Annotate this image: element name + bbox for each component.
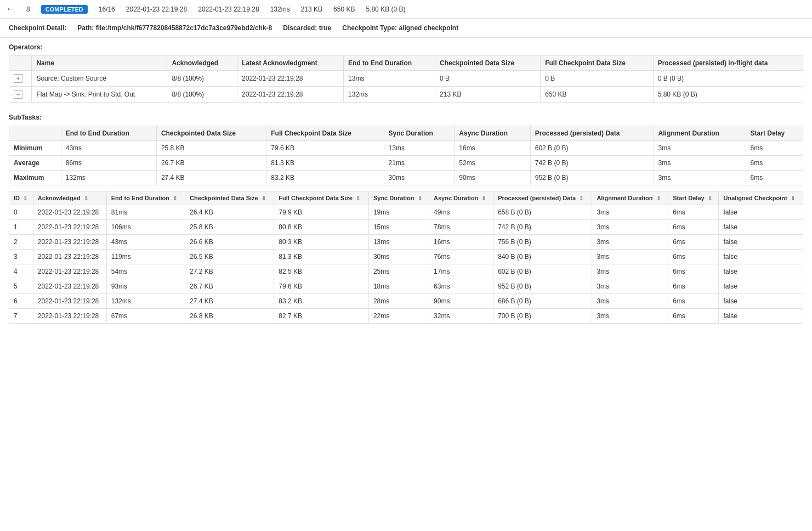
col-checkpointed-size: Checkpointed Data Size bbox=[435, 56, 541, 71]
data-col-start-delay[interactable]: Start Delay ⇕ bbox=[668, 191, 719, 205]
stat-sync: 13ms bbox=[384, 141, 455, 156]
row-checkpointed: 27.4 KB bbox=[185, 294, 274, 309]
start-time: 2022-01-23 22:19:28 bbox=[126, 5, 187, 13]
data-col-sync[interactable]: Sync Duration ⇕ bbox=[368, 191, 429, 205]
op-name: Source: Custom Source bbox=[32, 71, 167, 87]
expand-btn[interactable]: + bbox=[9, 71, 32, 87]
row-alignment: 3ms bbox=[592, 235, 668, 250]
row-start-delay: 6ms bbox=[668, 235, 719, 250]
row-unaligned: false bbox=[719, 309, 803, 324]
row-id: 2 bbox=[9, 235, 33, 250]
data-col-processed[interactable]: Processed (persisted) Data ⇕ bbox=[493, 191, 592, 205]
row-end-to-end: 54ms bbox=[106, 264, 185, 279]
row-full: 80.8 KB bbox=[274, 220, 369, 235]
stat-label: Average bbox=[9, 156, 61, 171]
table-row: 3 2022-01-23 22:19:28 119ms 26.5 KB 81.3… bbox=[9, 250, 803, 264]
full-size: 650 KB bbox=[333, 5, 355, 13]
row-ack: 2022-01-23 22:19:28 bbox=[33, 264, 106, 279]
discarded-section: Discarded: true bbox=[283, 24, 331, 32]
op-latest-ack: 2022-01-23 22:19:28 bbox=[237, 71, 344, 87]
status-badge: COMPLETED bbox=[41, 5, 88, 14]
row-alignment: 3ms bbox=[592, 264, 668, 279]
subtasks-section: SubTasks: End to End Duration Checkpoint… bbox=[0, 108, 812, 329]
row-unaligned: false bbox=[719, 294, 803, 309]
col-end-to-end: End to End Duration bbox=[344, 56, 435, 71]
stat-col-alignment: Alignment Duration bbox=[654, 126, 746, 141]
data-col-end-to-end[interactable]: End to End Duration ⇕ bbox=[106, 191, 185, 205]
row-processed: 756 B (0 B) bbox=[493, 235, 592, 250]
path-label: Path: bbox=[77, 24, 94, 32]
row-alignment: 3ms bbox=[592, 279, 668, 294]
row-ack: 2022-01-23 22:19:28 bbox=[33, 294, 106, 309]
data-col-id[interactable]: ID ⇕ bbox=[9, 191, 33, 205]
op-latest-ack: 2022-01-23 22:19:28 bbox=[237, 87, 344, 103]
row-checkpointed: 26.8 KB bbox=[185, 309, 274, 324]
table-row: 1 2022-01-23 22:19:28 106ms 25.8 KB 80.8… bbox=[9, 220, 803, 235]
col-full-size: Full Checkpoint Data Size bbox=[541, 56, 654, 71]
stat-col-processed: Processed (persisted) Data bbox=[530, 126, 654, 141]
row-processed: 840 B (0 B) bbox=[493, 250, 592, 264]
duration: 132ms bbox=[270, 5, 290, 13]
end-sort-icon: ⇕ bbox=[173, 195, 177, 201]
row-sync: 30ms bbox=[368, 250, 429, 264]
row-sync: 28ms bbox=[368, 294, 429, 309]
row-start-delay: 6ms bbox=[668, 205, 719, 220]
operators-title: Operators: bbox=[9, 43, 803, 51]
back-button[interactable]: ← bbox=[5, 3, 15, 15]
table-row: 7 2022-01-23 22:19:28 67ms 26.8 KB 82.7 … bbox=[9, 309, 803, 324]
op-checkpointed: 0 B bbox=[435, 71, 541, 87]
row-unaligned: false bbox=[719, 205, 803, 220]
row-checkpointed: 26.6 KB bbox=[185, 235, 274, 250]
stat-end-to-end: 132ms bbox=[61, 171, 156, 185]
row-ack: 2022-01-23 22:19:28 bbox=[33, 220, 106, 235]
stats-row: Maximum 132ms 27.4 KB 83.2 KB 30ms 90ms … bbox=[9, 171, 803, 185]
row-ack: 2022-01-23 22:19:28 bbox=[33, 279, 106, 294]
data-col-unaligned[interactable]: Unaligned Checkpoint ⇕ bbox=[719, 191, 803, 205]
stat-label: Minimum bbox=[9, 141, 61, 156]
col-name: Name bbox=[32, 56, 167, 71]
data-col-ack[interactable]: Acknowledged ⇕ bbox=[33, 191, 106, 205]
stat-alignment: 3ms bbox=[654, 171, 746, 185]
data-col-full[interactable]: Full Checkpoint Data Size ⇕ bbox=[274, 191, 369, 205]
stat-col-label bbox=[9, 126, 61, 141]
stat-col-end-to-end: End to End Duration bbox=[61, 126, 156, 141]
row-ack: 2022-01-23 22:19:28 bbox=[33, 250, 106, 264]
unaligned-sort-icon: ⇕ bbox=[791, 195, 795, 201]
stat-async: 16ms bbox=[455, 141, 530, 156]
op-processed: 5.80 KB (0 B) bbox=[653, 87, 803, 103]
stat-end-to-end: 86ms bbox=[61, 156, 156, 171]
stat-checkpointed: 27.4 KB bbox=[156, 171, 266, 185]
ack-ratio: 16/16 bbox=[99, 5, 115, 13]
row-full: 81.3 KB bbox=[274, 250, 369, 264]
data-col-alignment[interactable]: Alignment Duration ⇕ bbox=[592, 191, 668, 205]
async-sort-icon: ⇕ bbox=[481, 195, 486, 201]
row-start-delay: 6ms bbox=[668, 294, 719, 309]
expand-btn[interactable]: − bbox=[9, 87, 32, 103]
checkpointed-size: 213 KB bbox=[301, 5, 322, 13]
stat-label: Maximum bbox=[9, 171, 61, 185]
row-alignment: 3ms bbox=[592, 309, 668, 324]
col-acknowledged: Acknowledged bbox=[167, 56, 237, 71]
row-checkpointed: 25.8 KB bbox=[185, 220, 274, 235]
col-latest-ack: Latest Acknowledgment bbox=[237, 56, 344, 71]
processed-data: 5.80 KB (0 B) bbox=[366, 5, 405, 13]
subtasks-title: SubTasks: bbox=[9, 114, 803, 121]
row-full: 82.5 KB bbox=[274, 264, 369, 279]
data-col-async[interactable]: Async Duration ⇕ bbox=[429, 191, 493, 205]
row-processed: 742 B (0 B) bbox=[493, 220, 592, 235]
data-col-checkpointed[interactable]: Checkpointed Data Size ⇕ bbox=[185, 191, 274, 205]
delay-sort-icon: ⇕ bbox=[708, 195, 712, 201]
row-checkpointed: 26.5 KB bbox=[185, 250, 274, 264]
row-processed: 658 B (0 B) bbox=[493, 205, 592, 220]
sync-sort-icon: ⇕ bbox=[418, 195, 422, 201]
row-start-delay: 6ms bbox=[668, 309, 719, 324]
path-section: Path: file:/tmp/chk/f67778208458872c17dc… bbox=[77, 24, 272, 32]
row-sync: 15ms bbox=[368, 220, 429, 235]
row-id: 5 bbox=[9, 279, 33, 294]
stat-checkpointed: 25.8 KB bbox=[156, 141, 266, 156]
row-ack: 2022-01-23 22:19:28 bbox=[33, 235, 106, 250]
row-id: 1 bbox=[9, 220, 33, 235]
col-expand bbox=[9, 56, 32, 71]
row-unaligned: false bbox=[719, 279, 803, 294]
row-async: 90ms bbox=[429, 294, 493, 309]
